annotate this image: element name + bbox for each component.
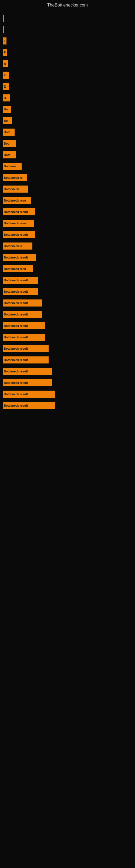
bar-label: Bottleneck result [4,404,28,407]
bar-item: Bo [3,117,12,124]
bar-label: Bo [4,119,8,122]
bar-row: Bottleneck result [3,309,132,319]
bar-label: Bott [4,130,10,134]
bar-row [3,24,132,35]
bar-label: Bottleneck result [4,336,28,339]
bar-label: F [4,51,6,54]
bar-row: Bottleneck re [3,173,132,183]
bar-label: Bottleneck result [4,370,28,373]
bar-label: Bottleneck result [4,393,28,396]
bar-label: Bottleneck result [4,210,28,214]
bar-row: Bottleneck result [3,275,132,285]
bar-label: Bot [4,142,9,145]
bar-label: Bottleneck result [4,358,28,362]
bar-label: Bottleneck resu [4,199,26,202]
bar-item: Bottleneck result [3,208,35,215]
bar-label: Bottleneck re [4,176,23,179]
bar-label: Bottlenec [4,165,17,168]
bar-item: B [3,94,10,101]
bar-row: Bot [3,138,132,149]
bar-item: Bottleneck resu [3,265,33,272]
bar-label: Bottleneck re [4,244,23,248]
bar-label: Bottleneck result [4,290,28,293]
bar-label: Bottleneck result [4,347,28,350]
bar-row: B [3,93,132,103]
bar-label: Bottleneck result [4,313,28,316]
bar-item: Bottleneck result [3,368,52,375]
bar-row: Bottleneck resu [3,218,132,228]
bar-row: Bottleneck result [3,355,132,365]
bar-label: Bott [4,153,10,156]
bar-item: F [3,37,6,44]
bar-row: E [3,82,132,92]
bar-item: Bott [3,129,14,135]
bar-label: Bottleneck result [4,279,28,282]
bar-row: Bottleneck re [3,241,132,251]
bar-item: Bottleneck re [3,174,27,181]
bar-item: Bottleneck re [3,243,32,250]
bar-row: Bottleneck resu [3,264,132,274]
bar-item: Bottleneck result [3,356,49,364]
bar-row: Bottleneck result [3,400,132,411]
bar-row: Bottleneck result [3,207,132,217]
bar-item: Bottleneck result [3,345,49,352]
bar-row: Bottlenec [3,161,132,172]
bars-container: FFBEEBBoBoBottBotBottBottlenecBottleneck… [0,9,135,414]
bar-row: Bottleneck result [3,286,132,297]
bar-item: Bottleneck result [3,322,45,329]
bar-label: Bottleneck result [4,256,28,259]
bar-item: Bottleneck resu [3,197,31,204]
bar-row [3,13,132,23]
bar-item: B [3,60,8,67]
bar-item: Bottlenec [3,163,21,170]
bar-row: E [3,70,132,80]
bar-row: Bottleneck result [3,252,132,262]
bar-label: F [4,39,6,42]
bar-row: Bottleneck result [3,321,132,331]
bar-row: Bottleneck result [3,389,132,399]
bar-item: Bottleneck resu [3,220,34,227]
bar-row: F [3,47,132,58]
bar-row: Bottleneck result [3,229,132,240]
bar-row: Bo [3,104,132,115]
bar-label: B [4,62,6,65]
bar-item: E [3,83,9,90]
bar-item: E [3,72,9,79]
bar-row: Bott [3,150,132,160]
bar-label: E [4,85,6,88]
bar-item: Bottleneck result [3,311,42,318]
bar-row: Bottleneck [3,184,132,194]
bar-row: Bottleneck result [3,343,132,354]
bar-row: B [3,59,132,69]
bar-item: Bottleneck result [3,391,55,398]
bar-label: B [4,96,6,99]
bar-row: Bottleneck result [3,366,132,376]
site-title: TheBottlenecker.com [0,0,135,9]
bar-row: Bottleneck result [3,298,132,308]
bar-item: Bot [3,140,16,147]
bar-row: Bo [3,116,132,126]
bar-label: E [4,73,6,77]
bar-item: Bottleneck result [3,402,55,409]
bar-item: F [3,49,7,56]
bar-label: Bottleneck resu [4,222,26,225]
bar-label: Bottleneck result [4,301,28,305]
bar-label: Bo [4,108,8,111]
bar-row: Bottleneck result [3,378,132,388]
bar-row: Bottleneck result [3,332,132,342]
bar-label: Bottleneck [4,187,19,191]
bar-item: Bottleneck result [3,300,42,307]
bar-row: Bott [3,127,132,137]
bar-label: Bottleneck resu [4,267,26,271]
bar-label: Bottleneck result [4,324,28,328]
bar-row: Bottleneck resu [3,195,132,206]
bar-item [3,14,4,22]
bar-item [3,26,4,33]
bar-item: Bottleneck result [3,379,52,386]
bar-item: Bottleneck result [3,231,35,238]
bar-label: Bottleneck result [4,381,28,384]
bar-item: Bottleneck result [3,288,38,295]
bar-item: Bottleneck result [3,254,36,261]
bar-item: Bottleneck [3,186,28,193]
bar-item: Bottleneck result [3,277,38,284]
